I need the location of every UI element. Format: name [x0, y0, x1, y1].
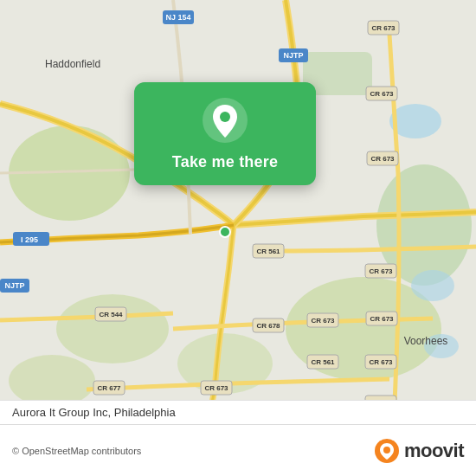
- svg-text:CR 544: CR 544: [99, 311, 123, 318]
- moovit-pin-icon: [375, 439, 399, 463]
- map-background: I 295 NJ 154 NJTP NJTP CR 673 CR 673 CR …: [0, 0, 476, 424]
- svg-text:I 295: I 295: [21, 235, 38, 244]
- svg-text:CR 677: CR 677: [97, 384, 121, 392]
- svg-text:Haddonfield: Haddonfield: [45, 58, 100, 70]
- svg-text:CR 673: CR 673: [369, 358, 393, 366]
- bottom-bar: © OpenStreetMap contributors moovit: [0, 424, 476, 476]
- take-me-there-button[interactable]: Take me there: [134, 82, 316, 185]
- moovit-brand-label: moovit: [404, 440, 464, 462]
- map-container: I 295 NJ 154 NJTP NJTP CR 673 CR 673 CR …: [0, 0, 476, 424]
- svg-text:CR 673: CR 673: [204, 384, 228, 392]
- svg-text:CR 673: CR 673: [371, 24, 396, 32]
- svg-point-49: [220, 227, 230, 237]
- svg-point-5: [56, 294, 169, 363]
- svg-text:CR 561: CR 561: [311, 358, 335, 366]
- svg-text:CR 561: CR 561: [256, 248, 280, 255]
- svg-text:CR 678: CR 678: [256, 322, 280, 330]
- svg-text:CR 673: CR 673: [370, 155, 395, 163]
- svg-point-51: [220, 112, 230, 122]
- svg-text:NJTP: NJTP: [4, 281, 24, 290]
- location-info-bar: Aurora It Group Inc, Philadelphia: [0, 400, 476, 424]
- svg-point-53: [383, 447, 390, 453]
- map-attribution: © OpenStreetMap contributors: [12, 446, 141, 456]
- location-label: Aurora It Group Inc, Philadelphia: [12, 406, 176, 419]
- svg-text:CR 673: CR 673: [369, 267, 393, 275]
- svg-point-7: [9, 355, 95, 407]
- svg-text:NJTP: NJTP: [283, 51, 303, 60]
- moovit-logo: moovit: [375, 439, 464, 463]
- svg-text:CR 673: CR 673: [370, 90, 394, 98]
- svg-point-9: [411, 270, 454, 301]
- svg-text:CR 673: CR 673: [370, 315, 394, 323]
- svg-text:Voorhees: Voorhees: [404, 335, 448, 347]
- location-pin-icon: [203, 98, 248, 143]
- svg-text:CR 673: CR 673: [311, 317, 335, 325]
- svg-text:NJ 154: NJ 154: [165, 13, 190, 22]
- take-me-there-label: Take me there: [172, 153, 278, 171]
